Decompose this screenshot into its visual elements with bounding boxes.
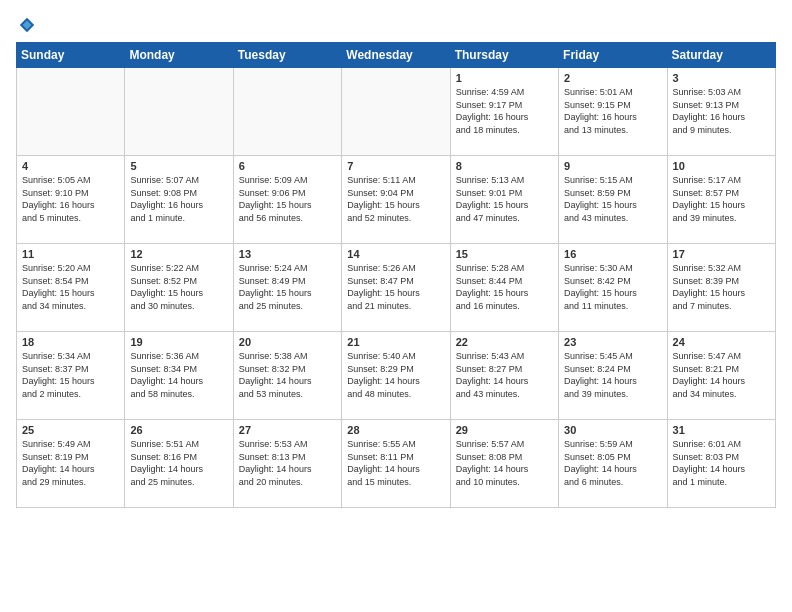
day-number: 14 [347, 248, 444, 260]
calendar-cell [342, 68, 450, 156]
calendar-cell: 25Sunrise: 5:49 AM Sunset: 8:19 PM Dayli… [17, 420, 125, 508]
day-info: Sunrise: 5:15 AM Sunset: 8:59 PM Dayligh… [564, 174, 661, 224]
calendar-cell: 22Sunrise: 5:43 AM Sunset: 8:27 PM Dayli… [450, 332, 558, 420]
day-info: Sunrise: 5:03 AM Sunset: 9:13 PM Dayligh… [673, 86, 770, 136]
calendar-cell: 24Sunrise: 5:47 AM Sunset: 8:21 PM Dayli… [667, 332, 775, 420]
weekday-header: Wednesday [342, 43, 450, 68]
calendar-cell: 18Sunrise: 5:34 AM Sunset: 8:37 PM Dayli… [17, 332, 125, 420]
day-info: Sunrise: 5:53 AM Sunset: 8:13 PM Dayligh… [239, 438, 336, 488]
day-number: 4 [22, 160, 119, 172]
calendar-week-row: 1Sunrise: 4:59 AM Sunset: 9:17 PM Daylig… [17, 68, 776, 156]
calendar-cell: 15Sunrise: 5:28 AM Sunset: 8:44 PM Dayli… [450, 244, 558, 332]
calendar-cell: 10Sunrise: 5:17 AM Sunset: 8:57 PM Dayli… [667, 156, 775, 244]
day-info: Sunrise: 5:17 AM Sunset: 8:57 PM Dayligh… [673, 174, 770, 224]
calendar-cell: 23Sunrise: 5:45 AM Sunset: 8:24 PM Dayli… [559, 332, 667, 420]
weekday-header: Tuesday [233, 43, 341, 68]
day-number: 20 [239, 336, 336, 348]
calendar-cell: 4Sunrise: 5:05 AM Sunset: 9:10 PM Daylig… [17, 156, 125, 244]
header-row: SundayMondayTuesdayWednesdayThursdayFrid… [17, 43, 776, 68]
day-number: 18 [22, 336, 119, 348]
day-number: 29 [456, 424, 553, 436]
page: SundayMondayTuesdayWednesdayThursdayFrid… [0, 0, 792, 520]
calendar-week-row: 18Sunrise: 5:34 AM Sunset: 8:37 PM Dayli… [17, 332, 776, 420]
day-info: Sunrise: 5:51 AM Sunset: 8:16 PM Dayligh… [130, 438, 227, 488]
calendar-cell: 29Sunrise: 5:57 AM Sunset: 8:08 PM Dayli… [450, 420, 558, 508]
weekday-header: Saturday [667, 43, 775, 68]
day-number: 5 [130, 160, 227, 172]
day-info: Sunrise: 4:59 AM Sunset: 9:17 PM Dayligh… [456, 86, 553, 136]
day-number: 30 [564, 424, 661, 436]
day-info: Sunrise: 5:30 AM Sunset: 8:42 PM Dayligh… [564, 262, 661, 312]
day-info: Sunrise: 5:36 AM Sunset: 8:34 PM Dayligh… [130, 350, 227, 400]
day-info: Sunrise: 5:38 AM Sunset: 8:32 PM Dayligh… [239, 350, 336, 400]
calendar-cell: 20Sunrise: 5:38 AM Sunset: 8:32 PM Dayli… [233, 332, 341, 420]
calendar-cell: 1Sunrise: 4:59 AM Sunset: 9:17 PM Daylig… [450, 68, 558, 156]
day-number: 1 [456, 72, 553, 84]
day-info: Sunrise: 5:43 AM Sunset: 8:27 PM Dayligh… [456, 350, 553, 400]
calendar-cell: 2Sunrise: 5:01 AM Sunset: 9:15 PM Daylig… [559, 68, 667, 156]
day-number: 13 [239, 248, 336, 260]
calendar-cell [125, 68, 233, 156]
calendar-cell [233, 68, 341, 156]
day-info: Sunrise: 5:40 AM Sunset: 8:29 PM Dayligh… [347, 350, 444, 400]
day-info: Sunrise: 5:05 AM Sunset: 9:10 PM Dayligh… [22, 174, 119, 224]
logo-icon [18, 16, 36, 34]
header [16, 16, 776, 34]
calendar-cell: 21Sunrise: 5:40 AM Sunset: 8:29 PM Dayli… [342, 332, 450, 420]
weekday-header: Monday [125, 43, 233, 68]
calendar-cell: 11Sunrise: 5:20 AM Sunset: 8:54 PM Dayli… [17, 244, 125, 332]
day-info: Sunrise: 5:11 AM Sunset: 9:04 PM Dayligh… [347, 174, 444, 224]
calendar-cell: 31Sunrise: 6:01 AM Sunset: 8:03 PM Dayli… [667, 420, 775, 508]
calendar-cell: 8Sunrise: 5:13 AM Sunset: 9:01 PM Daylig… [450, 156, 558, 244]
day-number: 27 [239, 424, 336, 436]
calendar-cell: 12Sunrise: 5:22 AM Sunset: 8:52 PM Dayli… [125, 244, 233, 332]
calendar-cell: 27Sunrise: 5:53 AM Sunset: 8:13 PM Dayli… [233, 420, 341, 508]
day-info: Sunrise: 5:57 AM Sunset: 8:08 PM Dayligh… [456, 438, 553, 488]
day-number: 6 [239, 160, 336, 172]
day-number: 16 [564, 248, 661, 260]
day-info: Sunrise: 5:28 AM Sunset: 8:44 PM Dayligh… [456, 262, 553, 312]
day-number: 28 [347, 424, 444, 436]
day-number: 15 [456, 248, 553, 260]
day-info: Sunrise: 5:01 AM Sunset: 9:15 PM Dayligh… [564, 86, 661, 136]
day-number: 2 [564, 72, 661, 84]
day-info: Sunrise: 5:09 AM Sunset: 9:06 PM Dayligh… [239, 174, 336, 224]
day-info: Sunrise: 5:59 AM Sunset: 8:05 PM Dayligh… [564, 438, 661, 488]
day-number: 12 [130, 248, 227, 260]
day-info: Sunrise: 5:13 AM Sunset: 9:01 PM Dayligh… [456, 174, 553, 224]
logo [16, 16, 36, 34]
weekday-header: Friday [559, 43, 667, 68]
day-number: 11 [22, 248, 119, 260]
calendar-cell: 5Sunrise: 5:07 AM Sunset: 9:08 PM Daylig… [125, 156, 233, 244]
calendar-cell: 28Sunrise: 5:55 AM Sunset: 8:11 PM Dayli… [342, 420, 450, 508]
day-number: 31 [673, 424, 770, 436]
calendar-cell: 14Sunrise: 5:26 AM Sunset: 8:47 PM Dayli… [342, 244, 450, 332]
calendar-week-row: 4Sunrise: 5:05 AM Sunset: 9:10 PM Daylig… [17, 156, 776, 244]
day-number: 8 [456, 160, 553, 172]
day-info: Sunrise: 5:07 AM Sunset: 9:08 PM Dayligh… [130, 174, 227, 224]
calendar-cell: 19Sunrise: 5:36 AM Sunset: 8:34 PM Dayli… [125, 332, 233, 420]
day-number: 25 [22, 424, 119, 436]
day-info: Sunrise: 5:49 AM Sunset: 8:19 PM Dayligh… [22, 438, 119, 488]
day-number: 9 [564, 160, 661, 172]
calendar-week-row: 11Sunrise: 5:20 AM Sunset: 8:54 PM Dayli… [17, 244, 776, 332]
day-info: Sunrise: 5:26 AM Sunset: 8:47 PM Dayligh… [347, 262, 444, 312]
day-number: 17 [673, 248, 770, 260]
calendar-cell: 26Sunrise: 5:51 AM Sunset: 8:16 PM Dayli… [125, 420, 233, 508]
day-info: Sunrise: 6:01 AM Sunset: 8:03 PM Dayligh… [673, 438, 770, 488]
calendar-cell: 16Sunrise: 5:30 AM Sunset: 8:42 PM Dayli… [559, 244, 667, 332]
day-number: 24 [673, 336, 770, 348]
weekday-header: Sunday [17, 43, 125, 68]
calendar-cell: 3Sunrise: 5:03 AM Sunset: 9:13 PM Daylig… [667, 68, 775, 156]
day-number: 22 [456, 336, 553, 348]
calendar-week-row: 25Sunrise: 5:49 AM Sunset: 8:19 PM Dayli… [17, 420, 776, 508]
calendar-cell [17, 68, 125, 156]
day-info: Sunrise: 5:32 AM Sunset: 8:39 PM Dayligh… [673, 262, 770, 312]
calendar-table: SundayMondayTuesdayWednesdayThursdayFrid… [16, 42, 776, 508]
day-number: 3 [673, 72, 770, 84]
calendar-cell: 9Sunrise: 5:15 AM Sunset: 8:59 PM Daylig… [559, 156, 667, 244]
day-number: 10 [673, 160, 770, 172]
weekday-header: Thursday [450, 43, 558, 68]
day-info: Sunrise: 5:22 AM Sunset: 8:52 PM Dayligh… [130, 262, 227, 312]
calendar-cell: 17Sunrise: 5:32 AM Sunset: 8:39 PM Dayli… [667, 244, 775, 332]
